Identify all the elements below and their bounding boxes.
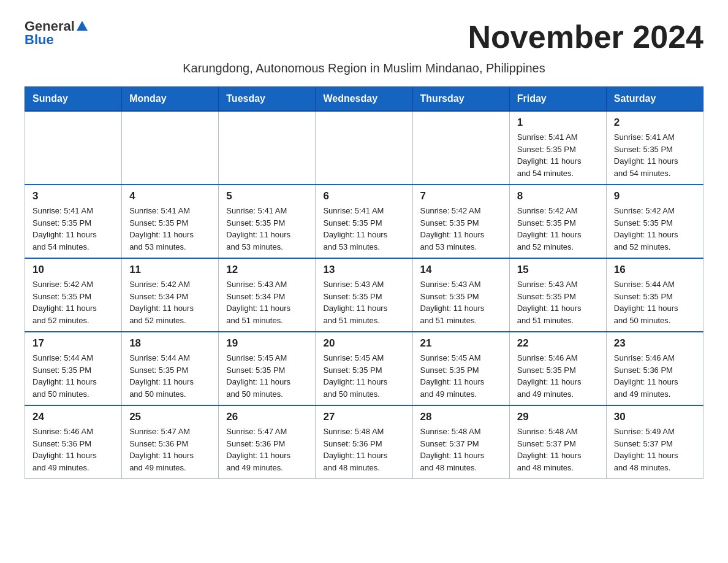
day-number: 21 xyxy=(420,337,502,350)
day-number: 29 xyxy=(517,411,599,423)
day-number: 23 xyxy=(614,337,696,350)
calendar-week-2: 3Sunrise: 5:41 AM Sunset: 5:35 PM Daylig… xyxy=(25,185,703,258)
day-number: 11 xyxy=(129,264,211,276)
calendar-cell: 26Sunrise: 5:47 AM Sunset: 5:36 PM Dayli… xyxy=(219,405,316,479)
day-info: Sunrise: 5:41 AM Sunset: 5:35 PM Dayligh… xyxy=(614,131,696,179)
col-header-tuesday: Tuesday xyxy=(219,87,316,112)
day-info: Sunrise: 5:47 AM Sunset: 5:36 PM Dayligh… xyxy=(226,426,308,473)
day-number: 2 xyxy=(614,117,696,129)
day-info: Sunrise: 5:43 AM Sunset: 5:35 PM Dayligh… xyxy=(517,278,599,326)
calendar-cell: 14Sunrise: 5:43 AM Sunset: 5:35 PM Dayli… xyxy=(412,258,509,332)
day-info: Sunrise: 5:44 AM Sunset: 5:35 PM Dayligh… xyxy=(614,278,696,326)
day-number: 4 xyxy=(129,190,211,202)
day-number: 9 xyxy=(614,190,696,202)
day-number: 16 xyxy=(614,264,696,276)
day-info: Sunrise: 5:45 AM Sunset: 5:35 PM Dayligh… xyxy=(420,352,502,400)
day-info: Sunrise: 5:49 AM Sunset: 5:37 PM Dayligh… xyxy=(614,426,696,473)
day-number: 3 xyxy=(32,190,114,202)
calendar-table: SundayMondayTuesdayWednesdayThursdayFrid… xyxy=(25,86,703,479)
page-header: General Blue November 2024 xyxy=(25,18,703,55)
calendar-cell: 25Sunrise: 5:47 AM Sunset: 5:36 PM Dayli… xyxy=(122,405,219,479)
calendar-header-row: SundayMondayTuesdayWednesdayThursdayFrid… xyxy=(25,87,703,112)
calendar-cell xyxy=(219,111,316,185)
day-info: Sunrise: 5:41 AM Sunset: 5:35 PM Dayligh… xyxy=(226,205,308,253)
col-header-monday: Monday xyxy=(122,87,219,112)
calendar-cell: 2Sunrise: 5:41 AM Sunset: 5:35 PM Daylig… xyxy=(606,111,703,185)
day-number: 19 xyxy=(226,337,308,350)
day-info: Sunrise: 5:41 AM Sunset: 5:35 PM Dayligh… xyxy=(32,205,114,253)
month-title: November 2024 xyxy=(468,18,703,55)
day-number: 13 xyxy=(323,264,404,276)
calendar-cell: 27Sunrise: 5:48 AM Sunset: 5:36 PM Dayli… xyxy=(316,405,412,479)
day-info: Sunrise: 5:42 AM Sunset: 5:35 PM Dayligh… xyxy=(614,205,696,253)
calendar-subtitle: Karungdong, Autonomous Region in Muslim … xyxy=(25,61,703,75)
calendar-cell: 18Sunrise: 5:44 AM Sunset: 5:35 PM Dayli… xyxy=(122,332,219,405)
col-header-friday: Friday xyxy=(509,87,606,112)
day-number: 6 xyxy=(323,190,404,202)
day-number: 25 xyxy=(129,411,211,423)
calendar-cell: 12Sunrise: 5:43 AM Sunset: 5:34 PM Dayli… xyxy=(219,258,316,332)
calendar-cell xyxy=(316,111,412,185)
calendar-cell: 20Sunrise: 5:45 AM Sunset: 5:35 PM Dayli… xyxy=(316,332,412,405)
calendar-cell xyxy=(412,111,509,185)
calendar-cell: 6Sunrise: 5:41 AM Sunset: 5:35 PM Daylig… xyxy=(316,185,412,258)
calendar-cell: 28Sunrise: 5:48 AM Sunset: 5:37 PM Dayli… xyxy=(412,405,509,479)
calendar-header: SundayMondayTuesdayWednesdayThursdayFrid… xyxy=(25,87,703,112)
calendar-cell: 15Sunrise: 5:43 AM Sunset: 5:35 PM Dayli… xyxy=(509,258,606,332)
calendar-week-5: 24Sunrise: 5:46 AM Sunset: 5:36 PM Dayli… xyxy=(25,405,703,479)
col-header-wednesday: Wednesday xyxy=(316,87,412,112)
day-info: Sunrise: 5:43 AM Sunset: 5:35 PM Dayligh… xyxy=(420,278,502,326)
logo: General Blue xyxy=(25,18,88,48)
calendar-cell xyxy=(25,111,122,185)
day-number: 30 xyxy=(614,411,696,423)
calendar-cell: 29Sunrise: 5:48 AM Sunset: 5:37 PM Dayli… xyxy=(509,405,606,479)
day-info: Sunrise: 5:41 AM Sunset: 5:35 PM Dayligh… xyxy=(129,205,211,253)
day-info: Sunrise: 5:41 AM Sunset: 5:35 PM Dayligh… xyxy=(323,205,404,253)
col-header-sunday: Sunday xyxy=(25,87,122,112)
day-number: 27 xyxy=(323,411,404,423)
day-number: 15 xyxy=(517,264,599,276)
logo-triangle-icon xyxy=(77,21,88,31)
calendar-cell: 23Sunrise: 5:46 AM Sunset: 5:36 PM Dayli… xyxy=(606,332,703,405)
day-info: Sunrise: 5:42 AM Sunset: 5:35 PM Dayligh… xyxy=(517,205,599,253)
day-number: 26 xyxy=(226,411,308,423)
calendar-cell: 19Sunrise: 5:45 AM Sunset: 5:35 PM Dayli… xyxy=(219,332,316,405)
calendar-cell: 7Sunrise: 5:42 AM Sunset: 5:35 PM Daylig… xyxy=(412,185,509,258)
day-info: Sunrise: 5:43 AM Sunset: 5:35 PM Dayligh… xyxy=(323,278,404,326)
day-info: Sunrise: 5:47 AM Sunset: 5:36 PM Dayligh… xyxy=(129,426,211,473)
calendar-cell: 16Sunrise: 5:44 AM Sunset: 5:35 PM Dayli… xyxy=(606,258,703,332)
logo-blue: Blue xyxy=(25,32,54,48)
day-number: 1 xyxy=(517,117,599,129)
calendar-week-3: 10Sunrise: 5:42 AM Sunset: 5:35 PM Dayli… xyxy=(25,258,703,332)
day-info: Sunrise: 5:44 AM Sunset: 5:35 PM Dayligh… xyxy=(32,352,114,400)
calendar-body: 1Sunrise: 5:41 AM Sunset: 5:35 PM Daylig… xyxy=(25,111,703,479)
calendar-cell: 3Sunrise: 5:41 AM Sunset: 5:35 PM Daylig… xyxy=(25,185,122,258)
day-number: 7 xyxy=(420,190,502,202)
day-number: 14 xyxy=(420,264,502,276)
day-number: 12 xyxy=(226,264,308,276)
day-number: 8 xyxy=(517,190,599,202)
day-number: 24 xyxy=(32,411,114,423)
day-info: Sunrise: 5:42 AM Sunset: 5:34 PM Dayligh… xyxy=(129,278,211,326)
calendar-cell: 5Sunrise: 5:41 AM Sunset: 5:35 PM Daylig… xyxy=(219,185,316,258)
day-info: Sunrise: 5:46 AM Sunset: 5:36 PM Dayligh… xyxy=(32,426,114,473)
day-number: 10 xyxy=(32,264,114,276)
calendar-cell: 10Sunrise: 5:42 AM Sunset: 5:35 PM Dayli… xyxy=(25,258,122,332)
day-info: Sunrise: 5:46 AM Sunset: 5:35 PM Dayligh… xyxy=(517,352,599,400)
day-info: Sunrise: 5:45 AM Sunset: 5:35 PM Dayligh… xyxy=(226,352,308,400)
calendar-week-4: 17Sunrise: 5:44 AM Sunset: 5:35 PM Dayli… xyxy=(25,332,703,405)
day-info: Sunrise: 5:42 AM Sunset: 5:35 PM Dayligh… xyxy=(32,278,114,326)
day-info: Sunrise: 5:48 AM Sunset: 5:37 PM Dayligh… xyxy=(420,426,502,473)
day-info: Sunrise: 5:41 AM Sunset: 5:35 PM Dayligh… xyxy=(517,131,599,179)
day-number: 17 xyxy=(32,337,114,350)
col-header-thursday: Thursday xyxy=(412,87,509,112)
day-number: 22 xyxy=(517,337,599,350)
day-number: 28 xyxy=(420,411,502,423)
calendar-cell xyxy=(122,111,219,185)
calendar-cell: 9Sunrise: 5:42 AM Sunset: 5:35 PM Daylig… xyxy=(606,185,703,258)
col-header-saturday: Saturday xyxy=(606,87,703,112)
calendar-cell: 21Sunrise: 5:45 AM Sunset: 5:35 PM Dayli… xyxy=(412,332,509,405)
day-info: Sunrise: 5:44 AM Sunset: 5:35 PM Dayligh… xyxy=(129,352,211,400)
calendar-week-1: 1Sunrise: 5:41 AM Sunset: 5:35 PM Daylig… xyxy=(25,111,703,185)
calendar-cell: 30Sunrise: 5:49 AM Sunset: 5:37 PM Dayli… xyxy=(606,405,703,479)
